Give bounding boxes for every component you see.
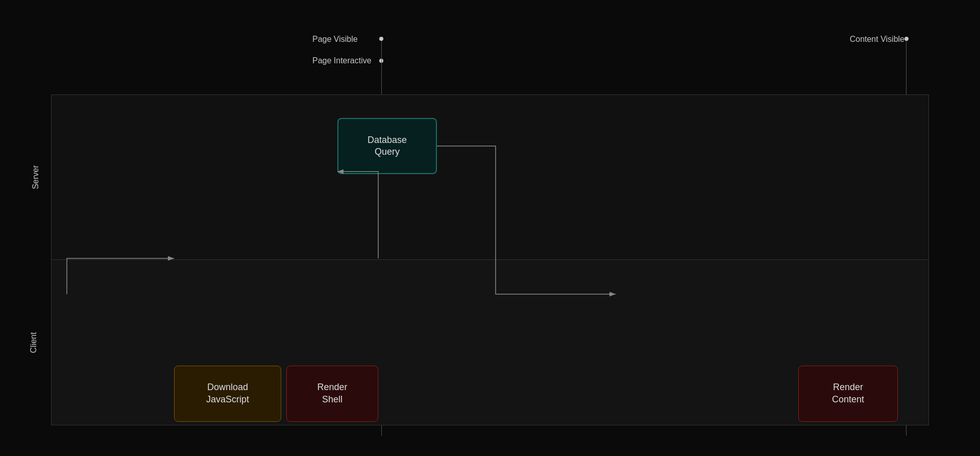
diagram-area: Server DatabaseQuery Client DownloadJava… <box>51 94 929 425</box>
diagram-container: Page Visible Page Interactive Content Vi… <box>0 0 980 456</box>
server-row: Server DatabaseQuery <box>52 95 928 260</box>
server-label: Server <box>31 165 40 189</box>
database-query-box: DatabaseQuery <box>337 118 437 174</box>
render-shell-text: RenderShell <box>317 381 347 405</box>
client-row: Client DownloadJavaScript RenderShell Re… <box>52 260 928 425</box>
page-visible-label: Page Visible <box>312 35 358 44</box>
database-query-text: DatabaseQuery <box>368 134 407 158</box>
download-js-box: DownloadJavaScript <box>174 366 281 422</box>
page-visible-dot <box>379 37 383 41</box>
render-shell-box: RenderShell <box>286 366 378 422</box>
content-visible-dot <box>904 37 909 41</box>
page-interactive-label: Page Interactive <box>312 56 372 65</box>
client-label: Client <box>29 332 38 353</box>
download-js-text: DownloadJavaScript <box>206 381 249 405</box>
render-content-text: RenderContent <box>832 381 864 405</box>
render-content-box: RenderContent <box>798 366 898 422</box>
content-visible-label: Content Visible <box>850 35 904 44</box>
